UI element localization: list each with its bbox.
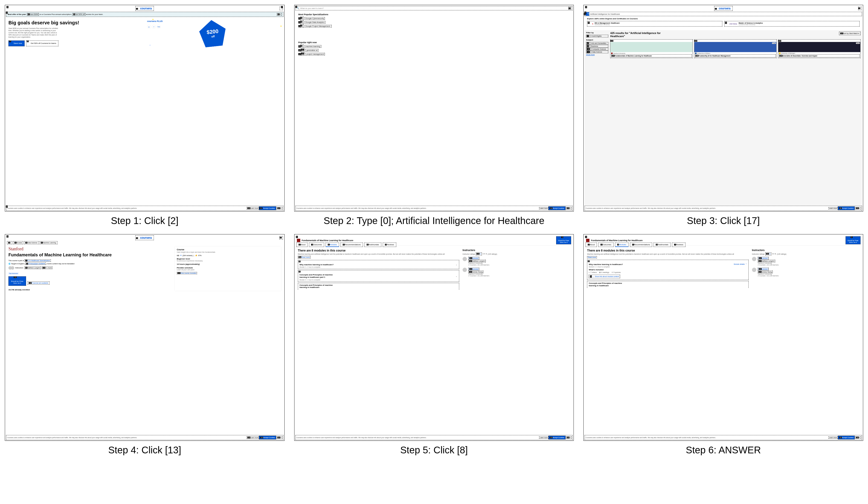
course-title[interactable]: 19Generative AI Essentials: Overview and… [779,54,859,58]
cookie-close-icon[interactable]: 16✕ [277,436,282,439]
instructor-link[interactable]: 14Serena Yeung [758,270,773,273]
tab-outcomes[interactable]: 3Outcomes [309,243,324,247]
module-card[interactable]: 9 Concepts and Principles of machine lea… [298,270,459,282]
instructor-link[interactable]: 12Matthew Lungren [468,260,486,263]
tab-about[interactable]: 2About [586,243,597,247]
cookie-close-icon[interactable]: 15✕ [566,207,572,209]
filter-item[interactable]: 10Computer Science [586,48,608,50]
tab-about[interactable]: 2About [297,243,308,247]
partner-icon: Yale [157,25,161,29]
course-card[interactable]: 15 New University of Michigan 19Generati… [778,39,860,58]
coursera-logo-box[interactable]: 1 coursera [714,6,733,11]
avatar [11,266,14,270]
list-item[interactable]: 10 11 generative ai [298,49,325,52]
cookie-close-icon[interactable]: 16✕ [855,436,861,439]
learn-more-link[interactable]: 10Learn more [247,207,259,209]
uni-logo: N [592,23,593,24]
tab-reviews[interactable]: 7Reviews [672,243,685,247]
star-icon: ★ [180,254,182,256]
cookie-bar: Coursera uses cookies to enhance user ex… [6,435,283,440]
search-input[interactable]: 3 4🔍 Artificial Intelligence for Healthc… [585,12,862,16]
crumb-datascience[interactable]: 5Data Science [24,241,39,244]
get-off-link[interactable]: 5Get 50% off [73,13,85,16]
info-icon[interactable]: 10ⓘ [765,253,771,255]
show-more-link[interactable]: Show more [586,54,608,55]
list-item[interactable]: 8 9 machine learning [298,45,325,48]
degree-card[interactable]: 6 LSU Online Master of Science in Analyt… [724,21,859,27]
instructor-link[interactable]: 14Serena Yeung [468,270,483,273]
learn-more-link[interactable]: Learn more [539,207,548,209]
cookie-close-icon[interactable]: 12✕ [277,207,282,209]
submit-search-icon[interactable]: 1 [568,7,571,10]
tab-testimonials[interactable]: 6Testimonials [364,243,381,247]
filter-item[interactable]: 9Business [586,45,608,48]
filter-item[interactable]: 11Data Science [586,51,608,53]
course-title[interactable]: 18Trustworthy AI for Healthcare Manageme… [695,54,776,58]
banner-close-icon[interactable]: 6✕ [277,13,282,16]
list-item[interactable]: 6 7 Google Project Management: [298,24,332,28]
filter-credit[interactable]: 7Credit Eligible [586,35,608,37]
screenshot-step-3: 0 1 coursera 2 3 4🔍 Artificial Intellige… [583,5,863,212]
course-card[interactable]: 14 Free Politecnico di Milano 18Trustwor… [694,39,777,58]
save-now-button[interactable]: 7 Save now [9,41,24,46]
enroll-button[interactable]: 11 Enroll for Free Starts Jan 6 [9,276,26,286]
teams-offer-button[interactable]: 8 Get 50% off Coursera for teams [26,41,58,46]
module-card[interactable]: Concepts and Principles of machine learn… [587,281,748,288]
menu-icon[interactable]: 2 [858,7,861,10]
menu-icon[interactable]: 2 [280,236,283,239]
accept-cookies-button[interactable]: 20Accept Cookies [838,206,855,210]
financial-aid-link[interactable]: 12Financial aid available [28,281,50,285]
filter-item[interactable]: 8Arts and Humanities [586,42,608,45]
coursera-logo-box[interactable]: 1 coursera [135,235,154,240]
crumb-home[interactable]: 3⌂ [7,241,12,244]
read-more-link[interactable]: Read more [587,256,597,258]
languages-link[interactable]: 819 languages available [25,263,46,265]
learn-more-link[interactable]: Learn more [828,436,838,439]
module-card-expanded[interactable]: 8 Why machine learning in healthcare? Mo… [587,260,748,280]
tab-outcomes[interactable]: 3Outcomes [598,243,613,247]
course-card[interactable]: 13 Stanford University 17Fundamentals of… [610,39,693,58]
accept-cookies-button[interactable]: 11Accept Cookies [259,206,276,210]
trend-icon: 9 [300,45,304,48]
course-thumb: Free [694,42,776,52]
course-icon: 3 [300,17,304,20]
learn-more-link[interactable]: Learn more [828,207,838,209]
instructor-link[interactable]: 9Matthew Lungren [24,267,41,269]
tab-testimonials[interactable]: 6Testimonials [654,243,671,247]
specialization-link[interactable]: 7AI in Healthcare Specialization [24,259,51,262]
list-item[interactable]: 4 5 Google Data Analytics [298,20,332,24]
crumb-ml[interactable]: 6Machine Learning [40,241,58,244]
learn-more-link[interactable]: 14Learn more [247,436,259,439]
crumb-browse[interactable]: 4Browse [13,241,23,244]
coursera-logo-box[interactable]: 1 coursera [135,6,154,11]
save-link[interactable]: 4Save $200 [27,13,39,16]
module-card[interactable]: 8 Why machine learning in healthcare? Mo… [298,260,459,269]
accept-cookies-button[interactable]: 15Accept Cookies [259,436,276,439]
instructor-row: 11Instructor 12Matthew Lungren Stanford … [752,257,859,266]
learn-more-link[interactable]: Learn more [539,436,548,439]
tab-recs[interactable]: 5Recommendations [630,243,652,247]
list-item[interactable]: 2 3 Google Cybersecurity [298,17,332,20]
sort-dropdown[interactable]: 12Sort by: Best Match ▾ [839,32,860,35]
course-title[interactable]: 17Fundamentals of Machine Learning for H… [611,54,692,58]
tab-recs[interactable]: 5Recommendations [341,243,363,247]
degree-card[interactable]: 5 N MS in Management: Healthcare Northea… [587,21,722,27]
list-item[interactable]: 12 13 project management [298,52,325,56]
accept-cookies-button[interactable]: 15Accept Cookies [548,436,565,439]
read-more-link[interactable]: 8aRead more [298,256,310,258]
cookie-close-icon[interactable]: 16✕ [566,436,572,439]
search-input[interactable]: 0 🔍 What do you want to learn? 1 [296,6,573,10]
cookie-close-icon[interactable]: 21✕ [855,207,861,209]
view-modules-link[interactable]: 13View course modules [177,272,197,274]
instructor-link[interactable]: 12Matthew Lungren [758,260,775,263]
module-card[interactable]: Concepts and Principles of machine learn… [298,283,459,290]
tab-modules[interactable]: 4Modules [326,243,339,247]
tab-reviews[interactable]: 7Reviews [383,243,396,247]
show-info-link[interactable]: 9 ⌄ Show info about module content [589,275,620,278]
accept-cookies-button[interactable]: 15Accept Cookies [838,436,855,439]
more-instructors-link[interactable]: 10+1 more [42,267,53,269]
accept-cookies-button[interactable]: 14Accept Cookies [548,206,565,210]
info-icon[interactable]: 10ⓘ [476,253,482,255]
module-details-toggle[interactable]: Module details ⌃ [734,263,747,265]
tab-modules[interactable]: 4Modules [615,243,629,247]
